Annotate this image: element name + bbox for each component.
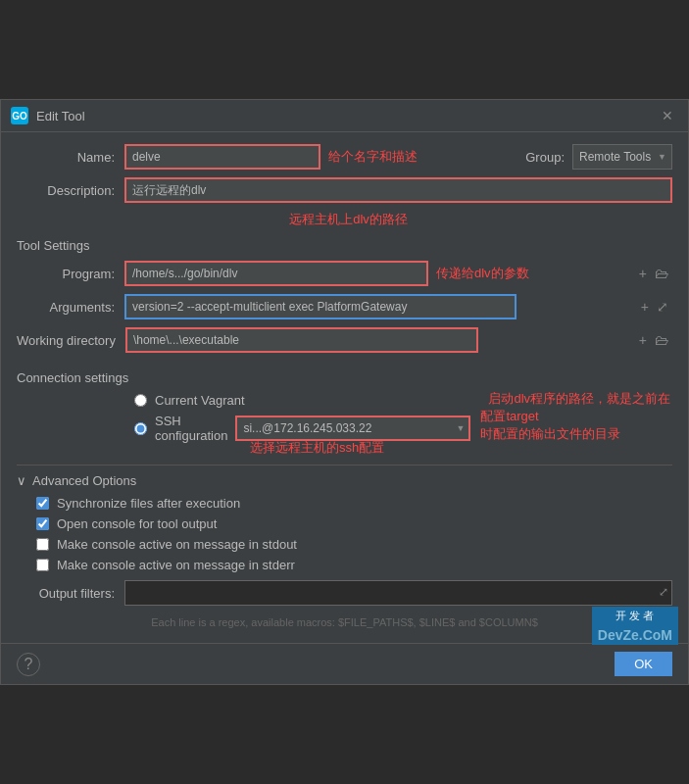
- program-input[interactable]: [124, 261, 428, 286]
- arguments-row: Arguments: + ⤢: [17, 294, 672, 319]
- hint-text: Each line is a regex, available macros: …: [17, 613, 672, 631]
- help-button[interactable]: ?: [17, 653, 40, 676]
- tool-settings-label: Tool Settings: [17, 238, 672, 253]
- ssh-select[interactable]: si...@172.16.245.033.22: [235, 416, 470, 441]
- open-console-row: Open console for tool output: [36, 516, 672, 531]
- watermark-bottom: DevZe.CoM: [592, 625, 678, 645]
- desc-row: Description:: [17, 177, 672, 203]
- output-filters-expand-button[interactable]: ⤢: [657, 583, 670, 601]
- annotation-name-desc: 给个名字和描述: [328, 148, 418, 166]
- program-label: Program:: [17, 267, 124, 281]
- output-filters-label: Output filters:: [17, 586, 124, 601]
- console-stderr-label: Make console active on message in stderr: [57, 558, 295, 572]
- workdir-input[interactable]: [125, 327, 478, 353]
- dialog-content: Name: 给个名字和描述 Group: Remote Tools Descri…: [1, 132, 688, 643]
- advanced-collapse-icon: ∨: [17, 473, 26, 488]
- ok-button[interactable]: OK: [615, 652, 672, 676]
- desc-input[interactable]: [124, 177, 672, 203]
- workdir-row: Working directory + 🗁: [17, 327, 672, 353]
- vagrant-radio[interactable]: [134, 394, 147, 407]
- open-console-checkbox[interactable]: [36, 517, 49, 530]
- sync-files-row: Synchronize files after execution: [36, 496, 672, 511]
- workdir-folder-button[interactable]: 🗁: [651, 330, 672, 350]
- advanced-label: Advanced Options: [32, 473, 136, 488]
- annotation-params: 传递给dlv的参数: [436, 265, 529, 282]
- group-select-wrapper: Remote Tools: [572, 144, 672, 170]
- desc-label: Description:: [17, 183, 124, 198]
- edit-tool-dialog: GO Edit Tool ✕ Name: 给个名字和描述 Group: Remo…: [0, 99, 689, 685]
- group-label: Group:: [525, 150, 572, 165]
- name-input[interactable]: [124, 144, 320, 170]
- program-add-button[interactable]: +: [635, 264, 651, 283]
- connection-section: Connection settings Current Vagrant SSH …: [17, 361, 672, 457]
- output-filters-input[interactable]: [124, 580, 672, 606]
- sync-files-label: Synchronize files after execution: [57, 496, 240, 511]
- watermark-top: 开 发 者: [592, 607, 678, 625]
- ssh-radio[interactable]: [134, 422, 147, 435]
- args-add-button[interactable]: +: [637, 297, 653, 317]
- title-bar-left: GO Edit Tool: [11, 107, 85, 124]
- tool-settings-section: Tool Settings Program: 传递给dlv的参数 + 🗁 Arg…: [17, 238, 672, 353]
- ssh-select-wrapper: si...@172.16.245.033.22: [235, 416, 470, 441]
- ssh-label: SSH configuration: [155, 414, 227, 443]
- close-button[interactable]: ✕: [657, 106, 678, 125]
- console-stderr-row: Make console active on message in stderr: [36, 558, 672, 572]
- program-row: Program: 传递给dlv的参数 + 🗁: [17, 261, 672, 286]
- console-stdout-checkbox[interactable]: [36, 538, 49, 551]
- console-stdout-label: Make console active on message in stdout: [57, 537, 297, 552]
- advanced-section: ∨ Advanced Options Synchronize files aft…: [17, 465, 672, 631]
- arguments-label: Arguments:: [17, 300, 124, 315]
- watermark: 开 发 者 DevZe.CoM: [592, 607, 678, 645]
- vagrant-label: Current Vagrant: [155, 393, 245, 408]
- annotation-dlv-path: 远程主机上dlv的路径: [289, 212, 408, 226]
- name-group-row: Name: 给个名字和描述 Group: Remote Tools: [17, 144, 672, 170]
- workdir-label: Working directory: [17, 333, 125, 348]
- annotation-workdir: 启动dlv程序的路径，就是之前在配置target 时配置的输出文件的目录: [480, 391, 670, 441]
- group-select[interactable]: Remote Tools: [572, 144, 672, 170]
- dialog-title: Edit Tool: [36, 109, 85, 123]
- vagrant-radio-row: Current Vagrant: [134, 393, 470, 408]
- name-label: Name:: [17, 150, 124, 165]
- program-folder-button[interactable]: 🗁: [651, 264, 672, 283]
- bottom-bar: ? OK: [1, 643, 688, 684]
- advanced-toggle[interactable]: ∨ Advanced Options: [17, 473, 672, 488]
- open-console-label: Open console for tool output: [57, 516, 217, 531]
- args-expand-button[interactable]: ⤢: [653, 297, 672, 317]
- workdir-add-button[interactable]: +: [635, 330, 651, 350]
- console-stderr-checkbox[interactable]: [36, 559, 49, 571]
- arguments-input[interactable]: [124, 294, 517, 319]
- output-filters-row: Output filters: ⤢: [17, 580, 672, 606]
- connection-label: Connection settings: [17, 370, 470, 385]
- annotation-ssh: 选择远程主机的ssh配置: [250, 440, 384, 455]
- title-bar: GO Edit Tool ✕: [1, 100, 688, 132]
- app-icon: GO: [11, 107, 28, 124]
- ssh-radio-row: SSH configuration si...@172.16.245.033.2…: [134, 414, 470, 443]
- console-stdout-row: Make console active on message in stdout: [36, 537, 672, 552]
- sync-files-checkbox[interactable]: [36, 497, 49, 510]
